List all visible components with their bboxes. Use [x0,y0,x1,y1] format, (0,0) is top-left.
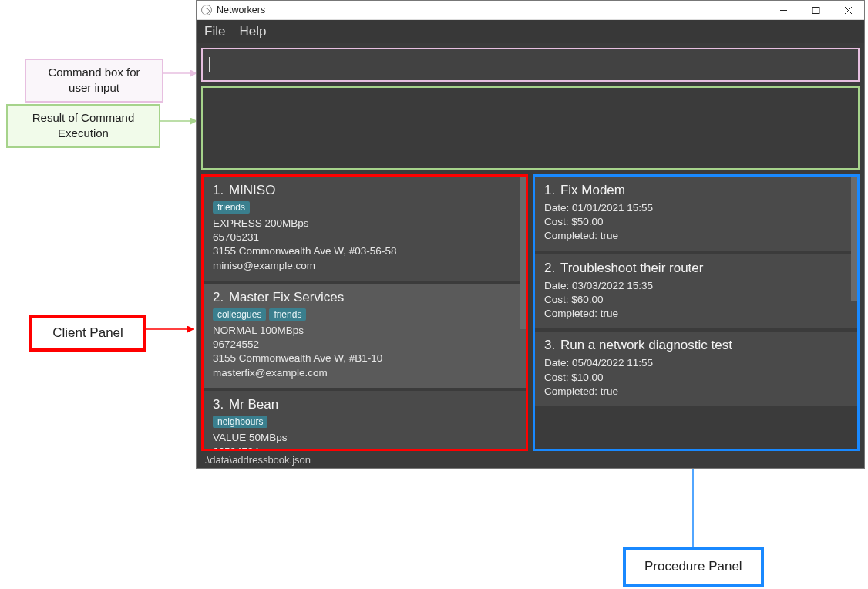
procedure-date: Date: 01/01/2021 15:55 [544,201,848,215]
status-path: .\data\addressbook.json [204,454,311,466]
tag: friends [269,308,306,321]
tag: neighbours [213,416,267,428]
client-scrollbar[interactable] [520,177,526,449]
callout-client-panel: Client Panel [29,315,146,352]
svg-rect-5 [812,7,819,13]
procedure-completed: Completed: true [544,229,848,243]
window-minimize-button[interactable] [767,1,799,19]
client-scrollarea[interactable]: 1. MINISOfriendsEXPRESS 200MBps657052313… [204,177,526,449]
client-phone: 66594724 [213,445,516,449]
procedure-card[interactable]: 3. Run a network diagnostic testDate: 05… [535,332,857,406]
procedure-date: Date: 05/04/2022 11:55 [544,356,848,370]
callout-result-box: Result of Command Execution [6,104,160,148]
app-window: Networkers File Help [196,0,865,469]
client-plan: VALUE 50MBps [213,431,516,445]
command-input[interactable] [213,59,852,72]
callout-procedure-panel: Procedure Panel [623,547,764,587]
client-panel: 1. MINISOfriendsEXPRESS 200MBps657052313… [201,174,528,451]
client-title: 1. MINISO [213,183,516,198]
callout-command-box: Command box for user input [25,59,163,103]
menu-help[interactable]: Help [239,24,266,39]
procedure-card[interactable]: 2. Troubleshoot their routerDate: 03/03/… [535,254,857,329]
menubar: File Help [197,20,864,43]
procedure-title: 2. Troubleshoot their router [544,261,848,276]
procedure-card[interactable]: 1. Fix ModemDate: 01/01/2021 15:55Cost: … [535,177,857,251]
client-card[interactable]: 1. MINISOfriendsEXPRESS 200MBps657052313… [204,177,526,281]
result-box [201,86,860,170]
command-box[interactable] [201,48,860,82]
tag: colleagues [213,308,266,321]
client-title: 2. Master Fix Services [213,290,516,305]
client-phone: 65705231 [213,231,516,244]
procedure-cost: Cost: $60.00 [544,293,848,307]
client-tags: neighbours [213,416,516,428]
window-close-button[interactable] [832,1,864,19]
procedure-title: 3. Run a network diagnostic test [544,338,848,353]
client-card[interactable]: 3. Mr BeanneighboursVALUE 50MBps66594724 [204,391,526,449]
titlebar: Networkers [197,1,864,20]
client-email: miniso@example.com [213,259,516,273]
procedure-completed: Completed: true [544,307,848,321]
client-email: masterfix@example.com [213,366,516,380]
client-phone: 96724552 [213,338,516,352]
client-plan: EXPRESS 200MBps [213,217,516,231]
tag: friends [213,201,250,214]
window-maximize-button[interactable] [799,1,832,19]
client-tags: friends [213,201,516,214]
client-card[interactable]: 2. Master Fix ServicescolleaguesfriendsN… [204,284,526,388]
procedure-scrollbar[interactable] [851,177,857,449]
client-plan: NORMAL 100MBps [213,324,516,338]
statusbar: .\data\addressbook.json [197,451,864,468]
client-tags: colleaguesfriends [213,308,516,321]
procedure-scrollarea[interactable]: 1. Fix ModemDate: 01/01/2021 15:55Cost: … [535,177,857,449]
procedure-cost: Cost: $50.00 [544,215,848,229]
procedure-date: Date: 03/03/2022 15:35 [544,279,848,293]
client-address: 3155 Commonwealth Ave W, #03-56-58 [213,244,516,258]
client-address: 3155 Commonwealth Ave W, #B1-10 [213,352,516,365]
procedure-panel: 1. Fix ModemDate: 01/01/2021 15:55Cost: … [533,174,860,451]
app-icon [201,5,212,15]
menu-file[interactable]: File [204,24,225,39]
procedure-title: 1. Fix Modem [544,183,848,198]
procedure-completed: Completed: true [544,385,848,399]
procedure-cost: Cost: $10.00 [544,371,848,385]
text-cursor [209,57,210,72]
client-title: 3. Mr Bean [213,397,516,412]
window-title: Networkers [217,5,265,15]
